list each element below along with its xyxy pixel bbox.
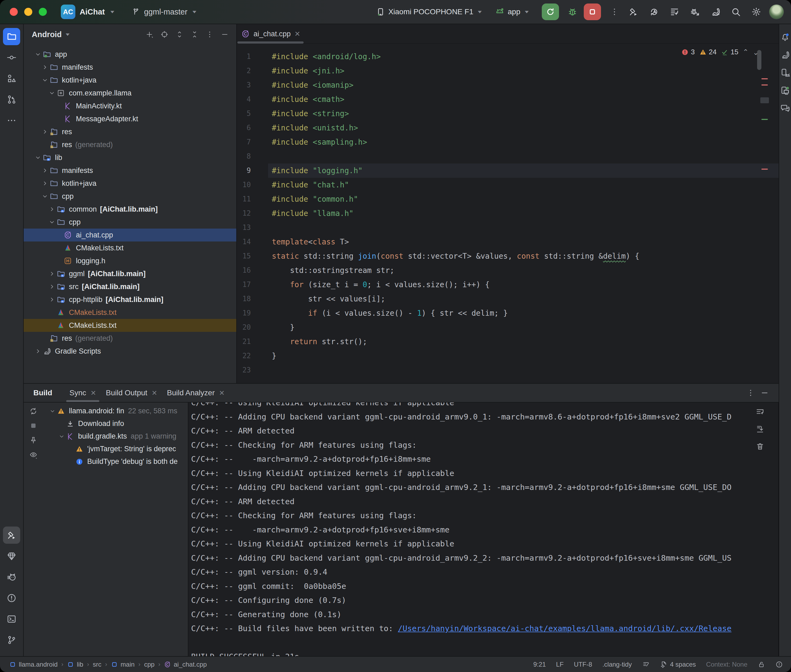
settings-button[interactable] xyxy=(748,4,764,20)
tool-stripe-gem-button[interactable] xyxy=(3,547,20,565)
device-selector[interactable]: Xiaomi POCOPHONE F1 ▼ xyxy=(376,7,483,16)
status-linter[interactable]: .clang-tidy xyxy=(602,661,632,668)
console-soft-wrap-button[interactable] xyxy=(756,407,765,418)
tree-item[interactable]: Gradle Scripts xyxy=(24,345,236,358)
build-output-path-link[interactable]: /Users/hanyin/Workspace/ai-chat/examples… xyxy=(398,624,732,633)
build-tab-build-output[interactable]: Build Output✕ xyxy=(101,384,162,402)
chevron-right-icon[interactable] xyxy=(40,167,50,174)
tree-item[interactable]: manifests xyxy=(24,164,236,177)
tree-item[interactable]: res(generated) xyxy=(24,332,236,345)
tool-stripe-running-devices-button[interactable] xyxy=(779,83,791,98)
status-formatter[interactable] xyxy=(642,661,650,668)
project-view-selector[interactable]: Android xyxy=(32,30,62,39)
build-button[interactable] xyxy=(626,4,641,20)
tool-stripe-bell-button[interactable] xyxy=(779,30,791,45)
chevron-down-icon[interactable] xyxy=(57,433,66,440)
next-problem-icon[interactable]: ⌃ xyxy=(753,48,759,56)
ok-stripe-mark[interactable] xyxy=(761,119,768,120)
chevron-right-icon[interactable] xyxy=(47,270,56,277)
breadcrumb-item[interactable]: main xyxy=(111,661,135,668)
build-tree-item[interactable]: llama.android: fin22 sec, 583 ms xyxy=(43,405,188,418)
zoom-window-button[interactable] xyxy=(39,8,47,16)
close-tab-icon[interactable]: ✕ xyxy=(219,389,225,397)
console-scroll-end-button[interactable] xyxy=(756,425,765,435)
close-tab-icon[interactable]: ✕ xyxy=(151,389,157,397)
tool-stripe-git-branch-button[interactable] xyxy=(3,631,20,649)
tree-item[interactable]: CMakeLists.txt xyxy=(24,319,236,332)
build-tree-item[interactable]: 'jvmTarget: String' is deprec xyxy=(43,443,188,455)
tool-stripe-device-manager-button[interactable] xyxy=(779,65,791,80)
build-console[interactable]: C/C++: -- Using KleidiAI optimized kerne… xyxy=(188,403,752,656)
error-stripe-mark[interactable] xyxy=(761,78,768,79)
chevron-right-icon[interactable] xyxy=(40,128,50,135)
close-tab-icon[interactable]: ✕ xyxy=(90,389,96,397)
breadcrumb-item[interactable]: cpp xyxy=(144,661,154,668)
chevron-down-icon[interactable] xyxy=(34,154,43,161)
tree-item[interactable]: cpp xyxy=(24,190,236,203)
project-collapse-button[interactable] xyxy=(188,28,201,41)
run-configuration-selector[interactable]: app ▼ xyxy=(495,7,530,17)
build-tab-sync[interactable]: Sync✕ xyxy=(64,384,101,402)
build-tab-build-analyzer[interactable]: Build Analyzer✕ xyxy=(162,384,229,402)
more-run-actions-button[interactable] xyxy=(607,4,622,19)
tree-item[interactable]: manifests xyxy=(24,61,236,74)
tool-stripe-commit-button[interactable] xyxy=(3,49,20,66)
tree-item[interactable]: app xyxy=(24,48,236,61)
tree-item[interactable]: cpp xyxy=(24,216,236,229)
inspections-widget[interactable]: 3 24 15 ⌃ ⌃ xyxy=(681,48,759,56)
tree-item[interactable]: cpp-httplib[AiChat.lib.main] xyxy=(24,293,236,306)
chevron-down-icon[interactable] xyxy=(48,408,57,414)
build-tree-item[interactable]: BuildType 'debug' is both de xyxy=(43,455,188,468)
breadcrumb-item[interactable]: ai_chat.cpp xyxy=(164,661,207,668)
build-stop-filled-button[interactable] xyxy=(29,421,38,431)
tree-item[interactable]: src[AiChat.lib.main] xyxy=(24,280,236,293)
minimize-window-button[interactable] xyxy=(24,8,32,16)
build-refresh-button[interactable] xyxy=(29,407,38,416)
console-trash-button[interactable] xyxy=(756,442,765,452)
build-eye-button[interactable] xyxy=(29,450,38,460)
tree-item[interactable]: kotlin+java xyxy=(24,74,236,86)
chevron-right-icon[interactable] xyxy=(47,206,56,213)
status-caret-position[interactable]: 9:21 xyxy=(533,661,546,668)
build-options-button[interactable] xyxy=(744,386,757,400)
project-widget[interactable]: AC AiChat ▼ xyxy=(61,5,116,19)
tree-item[interactable]: res(generated) xyxy=(24,138,236,151)
build-pin-button[interactable] xyxy=(29,436,38,446)
tool-stripe-build-hammer-button[interactable] xyxy=(3,526,20,544)
debug-button[interactable] xyxy=(565,4,580,19)
tree-item[interactable]: kotlin+java xyxy=(24,177,236,190)
apply-changes-restart-button[interactable] xyxy=(646,4,662,20)
tree-item[interactable]: MainActivity.kt xyxy=(24,99,236,112)
chevron-down-icon[interactable] xyxy=(34,51,43,58)
tool-stripe-logcat-button[interactable] xyxy=(3,568,20,586)
gradle-sync-button[interactable] xyxy=(708,4,723,20)
stop-button[interactable] xyxy=(584,3,601,20)
chevron-right-icon[interactable] xyxy=(47,296,56,303)
status-indentation[interactable]: 4 spaces xyxy=(660,661,696,668)
attach-debugger-button[interactable] xyxy=(687,4,703,20)
chevron-right-icon[interactable] xyxy=(47,283,56,290)
breadcrumb-item[interactable]: lib xyxy=(67,661,83,668)
tree-item[interactable]: res xyxy=(24,125,236,138)
vcs-branch-widget[interactable]: ggml-master ▼ xyxy=(132,8,197,16)
prev-problem-icon[interactable]: ⌃ xyxy=(743,48,748,56)
tool-stripe-structure-button[interactable] xyxy=(3,70,20,87)
chevron-right-icon[interactable] xyxy=(40,64,50,71)
tree-item[interactable]: logging.h xyxy=(24,254,236,267)
chevron-down-icon[interactable] xyxy=(47,90,56,96)
chevron-down-icon[interactable] xyxy=(40,77,50,84)
tree-item[interactable]: ai_chat.cpp xyxy=(24,229,236,242)
reload-changes-button[interactable] xyxy=(667,4,682,20)
project-expand-button[interactable] xyxy=(173,28,186,41)
build-tree-item[interactable]: build.gradle.ktsapp 1 warning xyxy=(43,430,188,443)
error-stripe-mark[interactable] xyxy=(761,85,768,85)
status-file-lock[interactable] xyxy=(757,661,765,668)
error-stripe-mark[interactable] xyxy=(761,169,768,170)
project-minus-button[interactable] xyxy=(218,28,231,41)
chevron-down-icon[interactable] xyxy=(40,193,50,200)
editor-tab[interactable]: ai_chat.cpp ✕ xyxy=(237,24,306,43)
tree-item[interactable]: MessageAdapter.kt xyxy=(24,112,236,125)
tree-item[interactable]: lib xyxy=(24,151,236,164)
tool-stripe-pull-request-button[interactable] xyxy=(3,91,20,108)
rerun-button[interactable] xyxy=(542,3,559,20)
